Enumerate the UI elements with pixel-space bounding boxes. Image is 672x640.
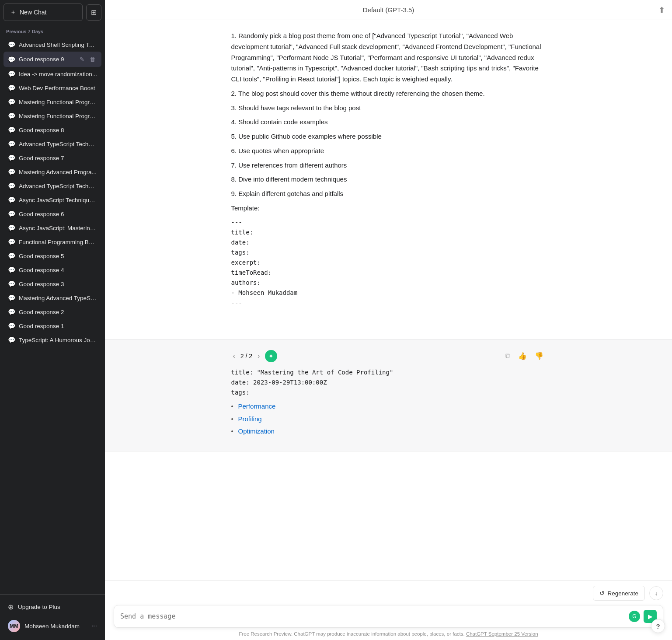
chat-item-typescript-humorous[interactable]: 💬 TypeScript: A Humorous Jou... (3, 333, 101, 347)
model-title: Default (GPT-3.5) (363, 6, 414, 14)
regenerate-button[interactable]: ↺ Regenerate (593, 586, 645, 601)
template-line (231, 308, 546, 318)
template-line: excerpt: (231, 258, 546, 268)
pagination-next-button[interactable]: › (256, 351, 261, 361)
new-chat-button[interactable]: ＋ New Chat (3, 3, 83, 21)
chat-item-func-prog-ben[interactable]: 💬 Functional Programming Ben... (3, 235, 101, 249)
chat-bubble-icon: 💬 (8, 196, 15, 203)
user-menu-button[interactable]: ··· (91, 622, 97, 630)
chat-item-good-response-2[interactable]: 💬 Good response 2 (3, 305, 101, 319)
chat-item-async-js-2[interactable]: 💬 Async JavaScript: Mastering... (3, 221, 101, 235)
delete-chat-button[interactable]: 🗑 (88, 55, 97, 63)
chat-item-advanced-ts-1[interactable]: 💬 Advanced TypeScript Techni... (3, 137, 101, 151)
sidebar-toggle-button[interactable]: ⊞ (86, 4, 101, 21)
chat-item-good-response-9[interactable]: 💬 Good response 9 ✎ 🗑 (3, 52, 101, 67)
pagination-prev-button[interactable]: ‹ (231, 351, 237, 361)
template-label: Template: (231, 203, 546, 214)
chat-item-async-js-1[interactable]: 💬 Async JavaScript Techniques... (3, 193, 101, 207)
edit-chat-button[interactable]: ✎ (78, 55, 86, 63)
assistant-content-line: title: "Mastering the Art of Code Profil… (231, 367, 546, 378)
upgrade-icon: ⊕ (8, 603, 14, 611)
user-message-line: 2. The blog post should cover this theme… (231, 88, 546, 99)
main-header: Default (GPT-3.5) ⬆ (105, 0, 672, 20)
sidebar-top: ＋ New Chat ⊞ (0, 0, 105, 24)
chat-item-good-response-6[interactable]: 💬 Good response 6 (3, 207, 101, 221)
template-line: - Mohseen Mukaddam (231, 288, 546, 298)
user-name: Mohseen Mukaddam (24, 623, 80, 630)
share-icon: ⬆ (658, 6, 665, 14)
chat-item-label: Advanced Shell Scripting Te... (19, 42, 97, 48)
previous-days-label: Previous 7 Days (0, 24, 105, 36)
chat-item-label: Mastering Functional Progra... (19, 99, 97, 105)
footer-note-link[interactable]: ChatGPT September 25 Version (466, 631, 538, 637)
chat-bubble-icon: 💬 (8, 168, 15, 175)
assistant-message-inner: ‹ 2 / 2 › ✦ ⧉ 👍 👎 title: "Mastering the … (231, 350, 546, 437)
user-profile-item[interactable]: MM Mohseen Mukaddam ··· (3, 616, 101, 637)
chat-item-label: Good response 8 (19, 127, 97, 133)
chat-item-good-response-5[interactable]: 💬 Good response 5 (3, 249, 101, 263)
send-icon: ▶ (648, 613, 653, 620)
chat-item-mastering-func-1[interactable]: 💬 Mastering Functional Progra... (3, 95, 101, 109)
plus-icon: ＋ (10, 8, 16, 16)
help-icon: ? (656, 623, 660, 630)
tag-item: Optimization (231, 426, 546, 437)
gpt-circle-icon: G (629, 611, 640, 622)
regenerate-label: Regenerate (607, 590, 638, 597)
chat-bubble-icon: 💬 (8, 126, 15, 133)
user-message-line: 3. Should have tags relevant to the blog… (231, 103, 546, 114)
chat-item-idea-move[interactable]: 💬 Idea -> move randomization... (3, 67, 101, 81)
chat-item-good-response-8[interactable]: 💬 Good response 8 (3, 123, 101, 137)
chat-item-good-response-7[interactable]: 💬 Good response 7 (3, 151, 101, 165)
regenerate-icon: ↺ (599, 590, 605, 597)
assistant-message-text: title: "Mastering the Art of Code Profil… (231, 367, 546, 437)
chat-item-good-response-4[interactable]: 💬 Good response 4 (3, 263, 101, 277)
tags-list: PerformanceProfilingOptimization (231, 401, 546, 437)
message-input[interactable] (120, 612, 625, 620)
chat-item-advanced-ts-2[interactable]: 💬 Advanced TypeScript Techni... (3, 179, 101, 193)
template-line: --- (231, 298, 546, 308)
sidebar: ＋ New Chat ⊞ Previous 7 Days 💬 Advanced … (0, 0, 105, 640)
chat-item-good-response-3[interactable]: 💬 Good response 3 (3, 277, 101, 291)
upgrade-label: Upgrade to Plus (18, 604, 60, 610)
thumbs-up-button[interactable]: 👍 (515, 351, 529, 361)
chat-item-mastering-advanced-ts[interactable]: 💬 Mastering Advanced TypeSc... (3, 291, 101, 305)
user-message-line: 4. Should contain code examples (231, 117, 546, 128)
chat-bubble-icon: 💬 (8, 336, 15, 343)
help-button[interactable]: ? (651, 619, 665, 633)
chat-bubble-icon: 💬 (8, 112, 15, 119)
chat-item-label: Idea -> move randomization... (19, 71, 97, 77)
assistant-content-line: date: 2023-09-29T13:00:00Z (231, 378, 546, 388)
chat-bubble-icon: 💬 (8, 224, 15, 231)
pagination-row: ‹ 2 / 2 › ✦ ⧉ 👍 👎 (231, 350, 546, 362)
chat-item-web-dev-perf[interactable]: 💬 Web Dev Performance Boost (3, 81, 101, 95)
chat-bubble-icon: 💬 (8, 140, 15, 147)
chat-bubble-icon: 💬 (8, 322, 15, 329)
avatar: MM (8, 620, 20, 632)
share-button[interactable]: ⬆ (658, 5, 665, 15)
copy-button[interactable]: ⧉ (503, 351, 513, 361)
thumbs-down-button[interactable]: 👎 (532, 351, 546, 361)
chat-bubble-icon: 💬 (8, 266, 15, 273)
chat-list: 💬 Advanced Shell Scripting Te... 💬 Good … (0, 36, 105, 595)
chat-item-label: Mastering Advanced Progra... (19, 169, 97, 175)
chat-area: 1. Randomly pick a blog post theme from … (105, 20, 672, 580)
chat-item-advanced-shell[interactable]: 💬 Advanced Shell Scripting Te... (3, 38, 101, 52)
chat-item-label: Mastering Functional Progra... (19, 113, 97, 119)
grid-icon: ⊞ (91, 9, 97, 16)
chat-bubble-icon: 💬 (8, 210, 15, 217)
chat-item-good-response-1[interactable]: 💬 Good response 1 (3, 319, 101, 333)
chat-item-label: Good response 6 (19, 211, 97, 217)
chat-bubble-icon: 💬 (8, 84, 15, 91)
chat-bubble-icon: 💬 (8, 154, 15, 161)
chat-item-mastering-advanced-1[interactable]: 💬 Mastering Advanced Progra... (3, 165, 101, 179)
chat-bubble-icon: 💬 (8, 294, 15, 301)
upgrade-to-plus-item[interactable]: ⊕ Upgrade to Plus (3, 598, 101, 616)
chat-bubble-icon: 💬 (8, 252, 15, 259)
chat-item-mastering-func-2[interactable]: 💬 Mastering Functional Progra... (3, 109, 101, 123)
assistant-message-block: ‹ 2 / 2 › ✦ ⧉ 👍 👎 title: "Mastering the … (105, 339, 672, 452)
template-line: title: (231, 227, 546, 238)
new-chat-label: New Chat (20, 9, 46, 16)
scroll-to-bottom-button[interactable]: ↓ (649, 586, 663, 600)
chat-item-label: TypeScript: A Humorous Jou... (19, 337, 97, 343)
avatar-initials: MM (10, 623, 18, 629)
